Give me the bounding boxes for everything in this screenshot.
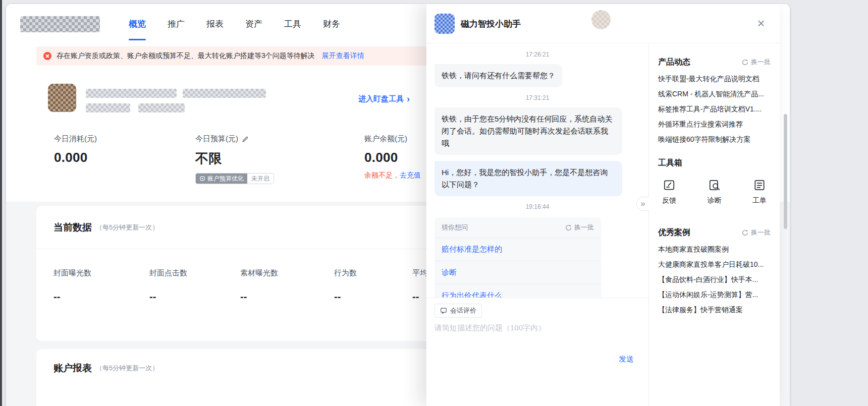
account-avatar: [48, 84, 76, 112]
send-button[interactable]: 发送: [619, 355, 634, 364]
nav-item-tools[interactable]: 工具: [284, 4, 301, 44]
tool-label: 诊断: [708, 196, 722, 205]
message-timestamp: 17:26:21: [435, 51, 640, 58]
account-report-title: 账户报表: [53, 362, 92, 375]
suggest-header: 猜你想问 换一批: [435, 217, 601, 238]
metric-label: 行为数: [334, 268, 357, 278]
monitor-tool-link[interactable]: 进入盯盘工具 ›: [358, 94, 410, 104]
stat-value: 0.000: [54, 150, 97, 165]
cases-title: 优秀案例: [658, 227, 690, 238]
budget-icon: [199, 176, 205, 182]
suggested-question[interactable]: 诊断: [435, 261, 601, 284]
nav-item-reports[interactable]: 报表: [206, 4, 224, 44]
metric-label: 封面曝光数: [53, 268, 91, 278]
refresh-icon: [565, 224, 572, 231]
refresh-label: 换一批: [751, 57, 771, 67]
refresh-label: 换一批: [751, 228, 771, 237]
badge-status: 未开启: [247, 173, 274, 184]
chevron-right-icon: ›: [407, 95, 410, 103]
budget-optimize-badge[interactable]: 账户预算优化 未开启: [195, 173, 274, 184]
metric-actions: 行为数 --: [334, 268, 357, 303]
assistant-message-bubble: Hi，您好，我是您的智投小助手，您是不是想咨询以下问题？: [435, 161, 622, 196]
refresh-product-news-button[interactable]: 换一批: [742, 57, 771, 67]
stat-today-cost: 今日消耗(元) 0.000: [54, 134, 97, 165]
metric-material-impressions: 素材曝光数 --: [240, 268, 278, 303]
product-news-item[interactable]: 线索CRM - 机器人智能清洗产品...: [658, 86, 771, 101]
assistant-sidebar: 产品动态 换一批 快手联盟-最大转化产品说明文档 线索CRM - 机器人智能清洗…: [649, 44, 780, 406]
alert-detail-link[interactable]: 展开查看详情: [322, 51, 364, 61]
assistant-message-bubble: 铁铁，由于您在5分钟内没有任何回应，系统自动关闭了会话。如仍需帮助可随时再次发起…: [435, 107, 622, 155]
case-item[interactable]: 本地商家直投破圈案例: [658, 242, 771, 257]
product-news-header: 产品动态 换一批: [658, 57, 771, 67]
nav-item-overview[interactable]: 概览: [129, 4, 146, 44]
edit-budget-icon[interactable]: [242, 136, 249, 143]
suggested-question[interactable]: 赔付标准是怎样的: [435, 238, 601, 261]
assistant-title: 磁力智投小助手: [461, 18, 521, 30]
tool-ticket[interactable]: 工单: [752, 179, 767, 205]
metric-cover-impressions: 封面曝光数 --: [53, 268, 91, 303]
product-news-item[interactable]: 唤端链接60字符限制解决方案: [658, 132, 771, 147]
suggested-question[interactable]: 行为出价代表什么: [435, 284, 601, 298]
tool-feedback[interactable]: 反馈: [662, 179, 676, 205]
collapse-sidebar-handle[interactable]: »: [636, 197, 649, 211]
metric-value: --: [149, 291, 187, 303]
tool-diagnosis[interactable]: 诊断: [708, 179, 722, 205]
refresh-cases-button[interactable]: 换一批: [742, 228, 771, 237]
assistant-avatar: [435, 14, 455, 34]
stat-label: 账户余额(元): [364, 134, 421, 144]
account-report-subtitle: （每5分钟更新一次）: [96, 364, 158, 373]
case-item[interactable]: 【法律服务】快手营销通案: [658, 302, 771, 317]
account-tag-redacted: [86, 103, 130, 112]
assistant-panel: 磁力智投小助手 × 17:26:21 铁铁，请问有还有什么需要帮您？ 17:31…: [426, 4, 780, 406]
account-name-redacted: [86, 89, 177, 98]
metric-value: --: [334, 291, 357, 303]
rate-session-button[interactable]: 会话评价: [435, 304, 482, 318]
metric-label: 素材曝光数: [240, 268, 278, 278]
error-icon: [43, 52, 51, 60]
nav-item-finance[interactable]: 财务: [323, 4, 340, 44]
current-data-title: 当前数据: [53, 221, 92, 234]
message-timestamp: 19:16:44: [435, 203, 640, 210]
message-timestamp: 17:31:21: [435, 94, 640, 101]
suggest-title: 猜你想问: [442, 223, 468, 232]
nav-item-assets[interactable]: 资产: [245, 4, 262, 44]
account-id-redacted: [183, 89, 266, 98]
case-item[interactable]: 大健康商家直投单客户日耗破10...: [658, 257, 771, 272]
account-tag-redacted: [138, 103, 185, 112]
stat-label: 今日预算(元): [195, 134, 274, 144]
case-item[interactable]: 【运动休闲娱乐-运势测算】营...: [658, 287, 771, 302]
refresh-suggestions-button[interactable]: 换一批: [565, 223, 594, 232]
ticket-icon: [753, 179, 766, 192]
nav-menu: 概览 推广 报表 资产 工具 财务: [129, 4, 340, 44]
recharge-link[interactable]: 去充值: [400, 171, 421, 179]
chat-input[interactable]: [435, 323, 639, 353]
diagnosis-icon: [708, 179, 721, 192]
feedback-icon: [663, 179, 676, 192]
product-news-item[interactable]: 标签推荐工具-产品培训文档V1....: [658, 101, 771, 117]
metric-value: --: [53, 291, 91, 303]
tool-label: 反馈: [662, 196, 676, 205]
app-window: 概览 推广 报表 资产 工具 财务 存在账户资质或政策、账户余额或预算不足、最大…: [6, 4, 790, 406]
cases-list: 本地商家直投破圈案例 大健康商家直投单客户日耗破10... 【食品饮料-白酒行业…: [658, 242, 771, 317]
stat-today-budget: 今日预算(元) 不限 账户预算优化 未开启: [195, 134, 274, 184]
tool-label: 工单: [752, 196, 767, 205]
product-news-title: 产品动态: [658, 57, 690, 68]
product-news-item[interactable]: 外循环重点行业搜索词推荐: [658, 117, 771, 132]
current-data-subtitle: （每5分钟更新一次）: [96, 223, 158, 232]
monitor-tool-label: 进入盯盘工具: [358, 94, 404, 104]
metric-cover-clicks: 封面点击数 --: [149, 268, 187, 303]
suggested-questions-card: 猜你想问 换一批 赔付标准是怎样的 诊断 行为出价代表什么 以上都不是? 请用简…: [435, 217, 601, 298]
vertical-scrollbar[interactable]: [784, 114, 787, 229]
balance-warning-text: 余额不足，: [364, 171, 400, 179]
alert-text: 存在账户资质或政策、账户余额或预算不足、最大转化账户搭建等3个问题等待解决: [57, 51, 315, 61]
stat-value: 0.000: [364, 150, 421, 165]
refresh-icon: [742, 59, 748, 66]
close-icon[interactable]: ×: [753, 16, 769, 31]
case-item[interactable]: 【食品饮料-白酒行业】快手本...: [658, 272, 771, 287]
nav-item-promotion[interactable]: 推广: [168, 4, 185, 44]
product-news-item[interactable]: 快手联盟-最大转化产品说明文档: [658, 71, 771, 86]
rate-session-label: 会话评价: [450, 306, 476, 315]
refresh-icon: [742, 229, 748, 236]
badge-label: 账户预算优化: [207, 175, 244, 182]
product-news-list: 快手联盟-最大转化产品说明文档 线索CRM - 机器人智能清洗产品... 标签推…: [658, 71, 771, 147]
